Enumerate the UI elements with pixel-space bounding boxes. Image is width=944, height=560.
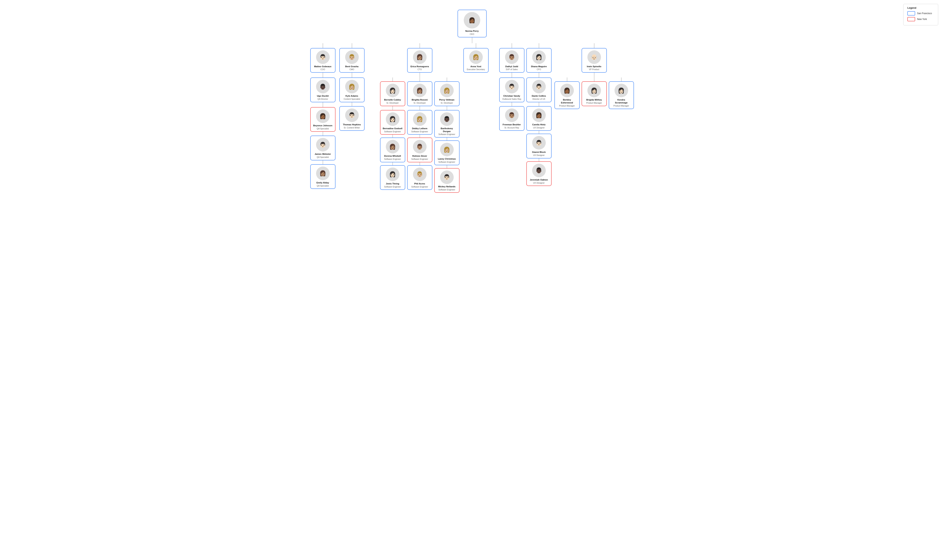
- avatar-thomas: 👨🏻: [345, 108, 359, 122]
- avatar-freeman: 👨🏽: [505, 108, 519, 122]
- name-dathyl: Dathyl Judd: [505, 65, 518, 68]
- avatar-berkley: 👩🏾: [560, 84, 574, 97]
- role-percy: Sr. Developer: [441, 102, 453, 104]
- role-phil: Software Engineer: [411, 186, 428, 188]
- ugo-down: [323, 102, 323, 107]
- col-anna: 👩🏼 Anna Yost Executive Secretary: [464, 43, 488, 73]
- node-irwin-spinello[interactable]: 👴🏻 Irwin Spinello VP Product: [582, 48, 607, 73]
- node-holmes-dever[interactable]: 👨🏽 Holmes Dever Software Engineer: [407, 137, 433, 162]
- node-mickey-neilands[interactable]: 👨🏻 Mickey Neilands Software Engineer: [434, 168, 459, 193]
- name-matteo: Matteo Gobeaux: [314, 65, 331, 68]
- node-christian-vandy[interactable]: 👨🏻 Christian Vandy Outbound Sales Rep: [499, 77, 524, 102]
- role-jeremiah: UX Designer: [533, 182, 545, 184]
- name-freeman: Freeman Beuhler: [503, 123, 521, 126]
- role-gianni: UX Designer: [533, 154, 545, 157]
- name-beyonce: Beyonce Johnson: [313, 124, 333, 127]
- node-bernelle-cubley[interactable]: 👩🏻 Bernelle Cubley Sr. Developer: [380, 82, 405, 106]
- node-percy-veltman[interactable]: 👩🏼 Percy Veltman Sr. Developer: [434, 82, 459, 106]
- role-erica: CTO: [417, 68, 422, 71]
- role-irwin: VP Product: [589, 68, 599, 71]
- col-matteo: 👨🏻 Matteo Gobeaux COO 👨🏿 Ugo Duckit QA D…: [310, 43, 336, 189]
- node-birgitta-rosoni[interactable]: 👩🏽 Birgitta Rosoni Sr. Developer: [407, 82, 433, 106]
- matteo-down: [323, 72, 323, 77]
- node-kyle-adams[interactable]: 👩🏼 Kyle Adams Content Specialist: [339, 77, 365, 102]
- node-kendra-scrammage[interactable]: 👩🏻 Kendra Scrammage Product Manager: [609, 82, 634, 109]
- node-dante-collins[interactable]: 👨🏻 Dante Collins Director of UX: [527, 77, 551, 102]
- node-bent-grasha[interactable]: 👨🏼 Bent Grasha CMO: [339, 48, 365, 73]
- node-shana-maguire[interactable]: 👩🏻 Shana Maguire CFO: [527, 48, 551, 73]
- node-gianni-block[interactable]: 👨🏻 Gianni Block UX Designer: [527, 134, 551, 158]
- role-holmes: Software Engineer: [411, 158, 428, 160]
- name-irwin: Irwin Spinello: [587, 65, 601, 68]
- name-ugo: Ugo Duckit: [317, 94, 329, 97]
- vp-product-children: 👩🏾 Berkley Esherwood Product Manager 👩🏻 …: [553, 77, 635, 109]
- col-irwin: 👴🏻 Irwin Spinello VP Product 👩🏾 Berkley: [553, 43, 635, 109]
- role-freeman: Sr. Account Rep: [505, 126, 519, 129]
- cto-children: 👩🏻 Bernelle Cubley Sr. Developer 👩🏻 Bern…: [379, 77, 460, 193]
- node-thomas-hopkins[interactable]: 👨🏻 Thomas Hopkins Sr. Content Writer: [339, 106, 365, 131]
- name-debby: Debby Lethem: [412, 127, 427, 130]
- node-bartholemy-durgan[interactable]: 👨🏿 Bartholemy Durgan Software Engineer: [434, 110, 459, 137]
- avatar-kendra: 👩🏻: [614, 84, 628, 97]
- avatar-birgitta: 👩🏽: [413, 84, 427, 97]
- avatar-bent: 👨🏼: [345, 50, 359, 64]
- node-norma-perry[interactable]: 👩🏾 Norma Perry CEO: [457, 10, 487, 37]
- node-brigida-withey[interactable]: 👩🏻 Brigida Withey Product Manager: [582, 82, 607, 106]
- node-debby-lethem[interactable]: 👩🏼 Debby Lethem Software Engineer: [407, 110, 433, 135]
- legend-box-ny: [907, 17, 915, 21]
- node-dorena-whebell[interactable]: 👩🏽 Dorena Whebell Software Engineer: [380, 137, 405, 162]
- matteo-connector: [323, 43, 323, 48]
- l1-row: 👨🏻 Matteo Gobeaux COO 👨🏿 Ugo Duckit QA D…: [308, 43, 636, 193]
- node-laney-christmas[interactable]: 👩🏼 Laney Christmas Software Engineer: [434, 140, 459, 165]
- node-james-webster[interactable]: 👨🏻 James Webster QA Specialist: [310, 135, 336, 160]
- col-kendra: 👩🏻 Kendra Scrammage Product Manager: [609, 77, 634, 109]
- legend-label-ny: New York: [917, 18, 927, 20]
- avatar-holmes: 👨🏽: [413, 140, 427, 154]
- role-ugo: QA Director: [317, 98, 328, 100]
- node-dathyl-judd[interactable]: 👨🏽 Dathyl Judd SVP of Sales: [499, 48, 524, 73]
- role-norma-perry: CEO: [470, 33, 474, 35]
- legend-box-sf: [907, 11, 915, 15]
- node-beyonce-johnson[interactable]: 👩🏾 Beyonce Johnson QA Specialist: [310, 107, 336, 132]
- avatar-dorena: 👩🏽: [386, 140, 399, 154]
- avatar-gianni: 👨🏻: [532, 136, 546, 149]
- name-phil: Phil Acres: [414, 182, 425, 185]
- node-anna-yost[interactable]: 👩🏼 Anna Yost Executive Secretary: [464, 48, 488, 73]
- col-bent: 👨🏼 Bent Grasha CMO 👩🏼 Kyle Adams Content…: [339, 43, 365, 131]
- node-phil-acres[interactable]: 👨🏼 Phil Acres Software Engineer: [407, 165, 433, 190]
- role-mickey: Software Engineer: [438, 188, 455, 191]
- role-dorena: Software Engineer: [384, 158, 401, 160]
- role-birgitta: Sr. Developer: [414, 102, 426, 104]
- node-matteo-gobeaux[interactable]: 👨🏻 Matteo Gobeaux COO: [310, 48, 336, 73]
- role-dathyl: SVP of Sales: [506, 68, 518, 71]
- role-kendra: Product Manager: [613, 105, 629, 107]
- name-jeremiah: Jeremiah Oakton: [530, 178, 548, 181]
- name-shana: Shana Maguire: [531, 65, 547, 68]
- chart-wrapper: 👩🏾 Norma Perry CEO 👨🏻 Matteo Gobeaux: [4, 6, 940, 193]
- node-berkley-esherwood[interactable]: 👩🏾 Berkley Esherwood Product Manager: [554, 82, 580, 109]
- node-emily-alday[interactable]: 👩🏽 Emily Alday QA Specialist: [310, 164, 336, 189]
- avatar-christian: 👨🏻: [505, 80, 519, 93]
- name-anna: Anna Yost: [471, 65, 481, 68]
- node-bernadine-godsell[interactable]: 👩🏻 Bernadine Godsell Software Engineer: [380, 110, 405, 135]
- role-camila: UX Designer: [533, 126, 545, 129]
- name-percy: Percy Veltman: [439, 98, 454, 101]
- node-jonis-thring[interactable]: 👩🏻 Jonis Thring Software Engineer: [380, 165, 405, 190]
- role-dante: Director of UX: [533, 98, 545, 100]
- avatar-bartholemy: 👨🏿: [440, 112, 454, 126]
- avatar-emily: 👩🏽: [316, 166, 330, 180]
- name-mickey: Mickey Neilands: [438, 185, 456, 188]
- node-camila-hintz[interactable]: 👩🏾 Camila Hintz UX Designer: [527, 106, 551, 131]
- avatar-ugo: 👨🏿: [316, 80, 330, 93]
- name-dante: Dante Collins: [532, 94, 546, 97]
- avatar-irwin: 👴🏻: [587, 50, 601, 64]
- node-jeremiah-oakton[interactable]: 👨🏿 Jeremiah Oakton UX Designer: [527, 162, 551, 186]
- legend-label-sf: San Francisco: [917, 12, 932, 15]
- node-ugo-duckit[interactable]: 👨🏿 Ugo Duckit QA Director: [310, 77, 336, 102]
- avatar-jonis: 👩🏻: [386, 168, 399, 181]
- name-jonis: Jonis Thring: [386, 182, 399, 185]
- name-james: James Webster: [314, 152, 331, 155]
- node-erica-romaguera[interactable]: 👩🏽 Erica Romaguera CTO: [407, 48, 433, 73]
- node-freeman-beuhler[interactable]: 👨🏽 Freeman Beuhler Sr. Account Rep: [499, 106, 524, 131]
- avatar-norma-perry: 👩🏾: [464, 12, 480, 28]
